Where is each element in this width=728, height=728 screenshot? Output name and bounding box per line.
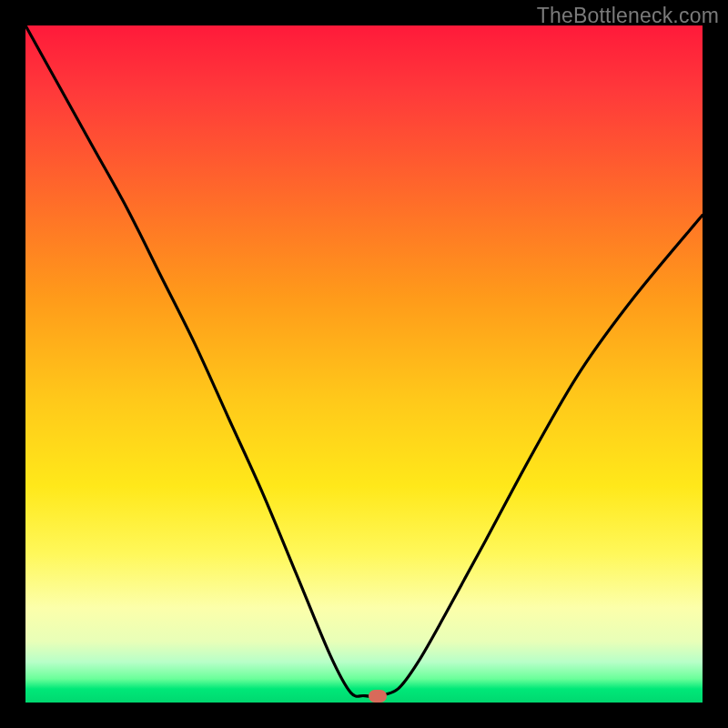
watermark-text: TheBottleneck.com (537, 4, 719, 28)
bottleneck-curve (25, 25, 703, 703)
chart-frame: TheBottleneck.com (0, 0, 728, 728)
plot-area (25, 25, 703, 703)
optimal-point-marker (369, 690, 387, 703)
